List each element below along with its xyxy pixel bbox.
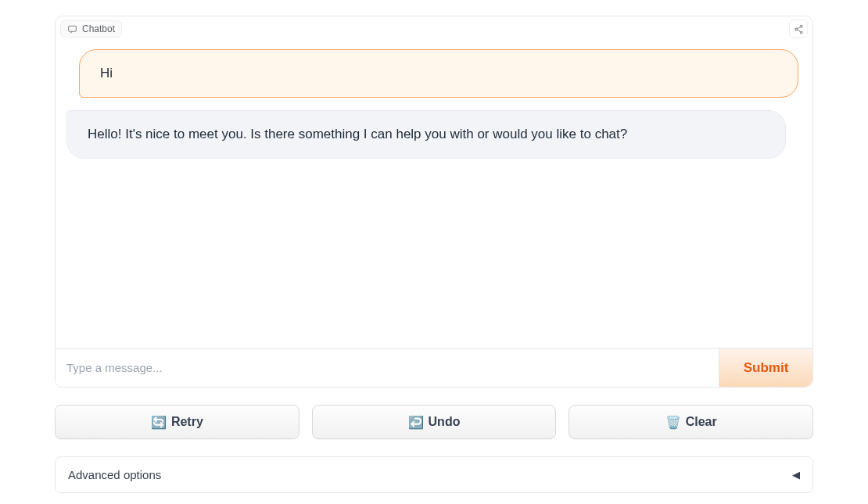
trash-icon: 🗑️ (665, 415, 681, 430)
message-bot: Hello! It's nice to meet you. Is there s… (66, 110, 786, 159)
panel-header: Chatbot (56, 16, 812, 43)
retry-button[interactable]: 🔄 Retry (55, 405, 299, 439)
message-text: Hello! It's nice to meet you. Is there s… (88, 127, 627, 141)
chat-label: Chatbot (82, 23, 115, 34)
undo-button[interactable]: ↩️ Undo (312, 405, 557, 439)
retry-label: Retry (171, 415, 203, 429)
advanced-options-label: Advanced options (68, 468, 161, 481)
undo-label: Undo (429, 415, 461, 429)
chevron-left-icon: ▶ (792, 469, 800, 481)
svg-point-1 (800, 25, 802, 27)
svg-rect-0 (69, 26, 77, 31)
svg-point-3 (800, 30, 802, 33)
chat-panel: Chatbot Hi Hello! It's nice to meet you (55, 16, 813, 388)
chat-icon (67, 24, 77, 34)
chat-label-chip: Chatbot (60, 20, 122, 38)
submit-button[interactable]: Submit (719, 349, 812, 387)
message-text: Hi (100, 66, 113, 80)
retry-icon: 🔄 (151, 415, 167, 430)
action-row: 🔄 Retry ↩️ Undo 🗑️ Clear (55, 405, 813, 439)
input-row: Submit (56, 348, 812, 387)
chat-area: Hi Hello! It's nice to meet you. Is ther… (56, 43, 812, 348)
undo-icon: ↩️ (408, 415, 424, 430)
share-icon (794, 24, 804, 34)
clear-button[interactable]: 🗑️ Clear (569, 405, 813, 439)
share-button[interactable] (789, 20, 808, 38)
message-input[interactable] (56, 349, 719, 387)
message-user: Hi (79, 49, 798, 98)
clear-label: Clear (686, 415, 717, 429)
svg-point-2 (794, 28, 797, 30)
advanced-options-toggle[interactable]: Advanced options ▶ (55, 456, 813, 493)
